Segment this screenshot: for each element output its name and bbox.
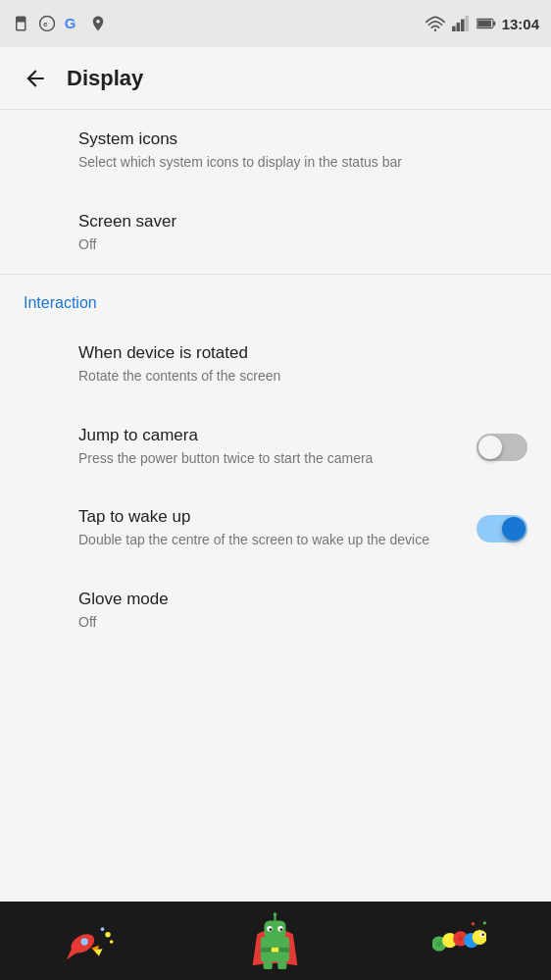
status-time: 13:04	[502, 16, 539, 32]
email-icon: e	[37, 14, 57, 33]
svg-point-25	[270, 928, 273, 931]
setting-title-jump-camera: Jump to camera	[78, 426, 461, 445]
svg-point-45	[458, 936, 463, 941]
worm-icon[interactable]	[429, 911, 488, 970]
setting-tap-wake[interactable]: Tap to wake up Double tap the centre of …	[0, 488, 551, 570]
robot-icon[interactable]	[246, 911, 305, 970]
svg-rect-7	[456, 23, 460, 31]
svg-line-40	[474, 924, 477, 930]
svg-rect-32	[278, 962, 287, 969]
setting-title-system-icons: System icons	[78, 129, 527, 149]
toggle-thumb-tap-wake	[502, 517, 526, 541]
section-header-interaction: Interaction	[0, 275, 551, 324]
svg-rect-30	[272, 948, 278, 953]
svg-point-28	[274, 912, 277, 916]
svg-rect-8	[461, 20, 465, 31]
toggle-thumb-jump-camera	[478, 436, 502, 459]
status-bar-right: 13:04	[426, 14, 539, 33]
svg-point-20	[101, 927, 105, 931]
rocket-icon[interactable]	[63, 911, 122, 970]
status-bar: e G	[0, 0, 551, 47]
svg-rect-1	[18, 23, 25, 30]
setting-subtitle-rotate: Rotate the contents of the screen	[78, 367, 527, 387]
setting-title-tap-wake: Tap to wake up	[78, 507, 461, 527]
svg-point-18	[105, 931, 111, 937]
svg-point-5	[433, 28, 436, 31]
google-icon: G	[63, 14, 82, 33]
setting-title-rotate: When device is rotated	[78, 343, 527, 363]
setting-jump-camera[interactable]: Jump to camera Press the power button tw…	[0, 406, 551, 489]
svg-text:e: e	[43, 20, 47, 28]
setting-title-screen-saver: Screen saver	[78, 212, 527, 232]
svg-rect-31	[264, 962, 273, 969]
toggle-jump-camera[interactable]	[476, 434, 527, 461]
svg-point-15	[81, 938, 88, 945]
maps-icon	[88, 14, 108, 33]
content: System icons Select which system icons t…	[0, 110, 551, 652]
setting-title-glove-mode: Glove mode	[78, 590, 527, 609]
setting-screen-saver[interactable]: Screen saver Off	[0, 192, 551, 275]
signal-icon	[451, 14, 471, 33]
setting-subtitle-tap-wake: Double tap the centre of the screen to w…	[78, 531, 461, 550]
svg-rect-12	[493, 22, 495, 26]
svg-rect-6	[452, 26, 456, 31]
svg-text:G: G	[65, 15, 76, 31]
svg-point-26	[280, 928, 283, 931]
wifi-icon	[426, 14, 445, 33]
svg-point-19	[110, 940, 114, 944]
battery-icon	[476, 14, 496, 33]
app-bar: Display	[0, 47, 551, 110]
toggle-tap-wake[interactable]	[476, 515, 527, 542]
svg-point-39	[481, 933, 484, 936]
svg-line-42	[481, 923, 484, 930]
setting-glove-mode[interactable]: Glove mode Off	[0, 570, 551, 652]
page-title: Display	[67, 66, 143, 91]
setting-subtitle-system-icons: Select which system icons to display in …	[78, 153, 527, 173]
svg-rect-9	[465, 16, 469, 31]
svg-point-44	[436, 941, 441, 946]
setting-system-icons[interactable]: System icons Select which system icons t…	[0, 110, 551, 192]
setting-subtitle-jump-camera: Press the power button twice to start th…	[78, 449, 461, 469]
setting-rotate[interactable]: When device is rotated Rotate the conten…	[0, 324, 551, 406]
setting-subtitle-glove-mode: Off	[78, 613, 527, 633]
setting-subtitle-screen-saver: Off	[78, 235, 527, 255]
svg-point-43	[482, 921, 485, 924]
sim-icon	[12, 14, 31, 33]
status-bar-left: e G	[12, 14, 108, 33]
svg-point-41	[472, 922, 475, 925]
back-button[interactable]	[16, 59, 55, 98]
bottom-nav-bar	[0, 902, 551, 980]
svg-rect-11	[477, 21, 491, 27]
